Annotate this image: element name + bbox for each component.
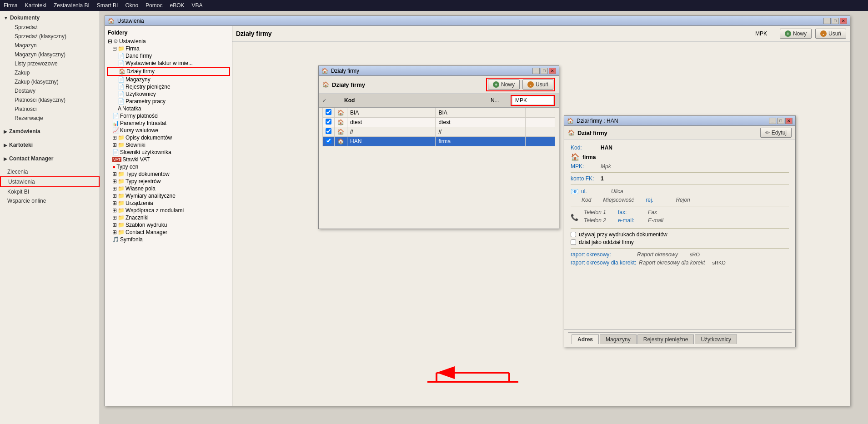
tab-adres[interactable]: Adres — [572, 334, 599, 344]
dzialy-usun-btn[interactable]: - Usuń — [522, 80, 553, 90]
han-maximize-btn[interactable]: □ — [777, 118, 784, 124]
doc-icon: 📄 — [118, 53, 125, 59]
tree-slowniki-uzyt[interactable]: 📄 Słowniki użytkownika — [107, 149, 230, 156]
tree-wystawienie[interactable]: 📄 Wystawienie faktur w imie... — [107, 60, 230, 67]
tree-dzialy-firmy[interactable]: 🏠 Działy firmy — [107, 67, 230, 76]
dzialy-close-btn[interactable]: ✕ — [549, 68, 556, 74]
sidebar-group-contact-manager[interactable]: ▶ Contact Manager — [0, 154, 100, 164]
sidebar-item-zlecenia[interactable]: Zlecenia — [0, 167, 100, 176]
tab-magazyny[interactable]: Magazyny — [600, 334, 637, 344]
han-minimize-btn[interactable]: _ — [769, 118, 776, 124]
row-checkbox[interactable] — [326, 138, 331, 144]
dzialy-maximize-btn[interactable]: □ — [541, 68, 548, 74]
tree-znaczniki[interactable]: ⊞ 📁 Znaczniki — [107, 214, 230, 221]
ustawienia-titlebar: 🏠 Ustawienia _ □ ✕ — [105, 16, 850, 26]
tree-wymiary[interactable]: ⊞ 📁 Wymiary analityczne — [107, 192, 230, 200]
menu-okno[interactable]: Okno — [125, 2, 138, 9]
sidebar-item-platnosci-klasyczny[interactable]: Płatności (klasyczny) — [7, 95, 100, 105]
raport-korekt-value: Raport okresowy dla korekt — [639, 259, 705, 266]
sidebar-item-magazyn[interactable]: Magazyn — [7, 41, 100, 50]
tree-uzytkownicy[interactable]: 📄 Użytkownicy — [107, 90, 230, 98]
tab-uzytkownicy[interactable]: Użytkownicy — [695, 334, 737, 344]
kod-row: Kod: HAN — [571, 145, 789, 151]
mpk-search-input[interactable] — [512, 96, 553, 105]
tree-magazyny[interactable]: 📄 Magazyny — [107, 76, 230, 83]
sidebar-item-listy[interactable]: Listy przewozowe — [7, 59, 100, 68]
tree-formy[interactable]: 📄 Formy płatności — [107, 112, 230, 120]
ustawienia-usun-btn[interactable]: - Usuń — [815, 29, 846, 39]
row-name: firma — [436, 137, 526, 146]
sidebar-item-rezerwacje[interactable]: Rezerwacje — [7, 114, 100, 123]
sidebar-item-dostawy[interactable]: Dostawy — [7, 86, 100, 95]
tree-slowniki[interactable]: ⊞ 📁 Słowniki — [107, 141, 230, 149]
dzialy-nowy-btn[interactable]: + Nowy — [488, 80, 520, 90]
kod-col-header: Kod — [344, 97, 489, 104]
tree-typy-rej[interactable]: ⊞ 📁 Typy rejestrów — [107, 178, 230, 185]
raport-row: raport okresowy: Raport okresowy sRO — [571, 251, 789, 258]
menu-firma[interactable]: Firma — [4, 2, 18, 9]
tree-firma[interactable]: ⊟ 📁 Firma — [107, 45, 230, 52]
tree-ustawienia[interactable]: ⊟ ⚙ Ustawienia — [107, 38, 230, 45]
sidebar-group-dokumenty[interactable]: ▼ Dokumenty — [0, 13, 100, 23]
tree-wspolpraca[interactable]: ⊞ 📁 Współpraca z modułami — [107, 207, 230, 214]
dzialy-table: 🏠 BIA BIA 🏠 dtest dtest 🏠 // // 🏠 HAN fi… — [322, 108, 555, 146]
sidebar-item-wsparcie[interactable]: Wsparcie online — [0, 196, 100, 205]
sidebar-item-platnosci[interactable]: Płatności — [7, 105, 100, 114]
menu-kartoteki[interactable]: Kartoteki — [25, 2, 46, 9]
menu-ebok[interactable]: eBOK — [170, 2, 184, 9]
ustawienia-nowy-btn[interactable]: + Nowy — [780, 29, 812, 39]
row-checkbox[interactable] — [326, 128, 331, 134]
checkbox-oddzial[interactable] — [571, 239, 576, 245]
tree-stawki-vat[interactable]: VAT Stawki VAT — [107, 156, 230, 163]
ustawienia-minimize-btn[interactable]: _ — [823, 18, 831, 24]
tree-notatka[interactable]: A Notatka — [107, 105, 230, 112]
row-checkbox[interactable] — [326, 109, 331, 115]
tree-contact-manager[interactable]: ⊞ 📁 Contact Manager — [107, 229, 230, 236]
menu-pomoc[interactable]: Pomoc — [146, 2, 162, 9]
doc-icon7: A — [118, 105, 121, 112]
raport-label: raport okresowy: — [571, 251, 634, 258]
tree-wlasne[interactable]: ⊞ 📁 Własne pola — [107, 185, 230, 192]
sidebar-item-kokpit-bi[interactable]: Kokpit BI — [0, 187, 100, 196]
tree-szablon[interactable]: ⊞ 📁 Szablon wydruku — [107, 221, 230, 229]
arrow-icon-kart: ▶ — [4, 143, 7, 148]
tab-rejestry[interactable]: Rejestry pieniężne — [637, 334, 694, 344]
tree-rejestry[interactable]: 📄 Rejestry pieniężne — [107, 83, 230, 90]
tree-typy-cen[interactable]: ● Typy cen — [107, 163, 230, 170]
sidebar-group-kartoteki[interactable]: ▶ Kartoteki — [0, 140, 100, 150]
tree-symfonia[interactable]: 🎵 Symfonia — [107, 236, 230, 243]
house-icon3: 🏠 — [322, 81, 329, 88]
tree-urzadzenia[interactable]: ⊞ 📁 Urządzenia — [107, 200, 230, 207]
row-checkbox[interactable] — [326, 119, 331, 125]
tree-parametry-intrastat[interactable]: 📊 Parametry Intrastat — [107, 120, 230, 127]
sidebar-item-magazyn-klasyczny[interactable]: Magazyn (klasyczny) — [7, 50, 100, 59]
sidebar-item-sprzedaz-klasyczny[interactable]: Sprzedaż (klasyczny) — [7, 32, 100, 41]
ustawienia-close-btn[interactable]: ✕ — [840, 18, 847, 24]
edytuj-btn[interactable]: ✏ Edytuj — [760, 128, 792, 138]
checkbox-wydruki[interactable] — [571, 232, 576, 237]
folder-icon12: 📁 — [118, 229, 125, 235]
tree-parametry[interactable]: 📄 Parametry pracy — [107, 98, 230, 105]
tree-opisy[interactable]: ⊞ 📁 Opisy dokumentów — [107, 134, 230, 141]
table-row[interactable]: 🏠 BIA BIA — [323, 108, 555, 118]
minus-icon: - — [820, 30, 827, 37]
tree-typy-dok[interactable]: ⊞ 📁 Typy dokumentów — [107, 170, 230, 178]
menu-zestawienia[interactable]: Zestawienia BI — [54, 2, 90, 9]
menu-smart-bi[interactable]: Smart BI — [97, 2, 118, 9]
ustawienia-maximize-btn[interactable]: □ — [832, 18, 839, 24]
table-row[interactable]: 🏠 dtest dtest — [323, 118, 555, 127]
table-row[interactable]: 🏠 HAN firma — [323, 137, 555, 146]
han-close-btn[interactable]: ✕ — [785, 118, 793, 124]
dzialy-minimize-btn[interactable]: _ — [532, 68, 540, 74]
sidebar-item-ustawienia[interactable]: Ustawienia — [0, 176, 100, 187]
table-row[interactable]: 🏠 // // — [323, 127, 555, 137]
tree-kursy[interactable]: 📈 Kursy walutowe — [107, 127, 230, 134]
kod-miejscowosc-row: Kod Miejscowość rej. Rejon — [571, 197, 789, 203]
menu-vba[interactable]: VBA — [191, 2, 202, 9]
sidebar-item-zakup[interactable]: Zakup — [7, 68, 100, 77]
sidebar-item-zakup-klasyczny[interactable]: Zakup (klasyczny) — [7, 77, 100, 86]
row-kod: BIA — [347, 108, 436, 118]
sidebar-group-zamowienia[interactable]: ▶ Zamówienia — [0, 126, 100, 136]
sidebar-item-sprzedaz[interactable]: Sprzedaż — [7, 23, 100, 32]
tree-dane-firmy[interactable]: 📄 Dane firmy — [107, 52, 230, 60]
